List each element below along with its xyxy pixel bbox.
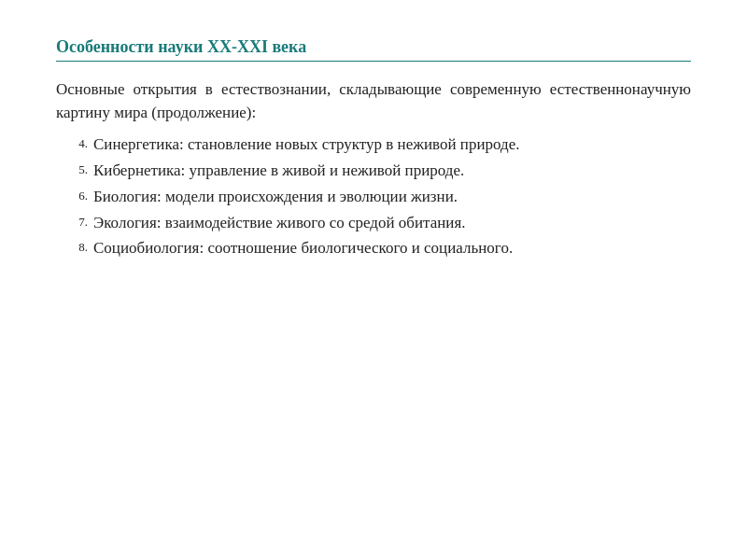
title-section: Особенности науки XX-XXI века [56, 37, 691, 62]
list-item-number: 8. [65, 237, 93, 256]
title-divider [56, 61, 691, 62]
list-container: 4.Синергетика: становление новых структу… [56, 133, 691, 259]
page-title: Особенности науки XX-XXI века [56, 37, 306, 56]
list-item: 8.Социобиология: соотношение биологическ… [65, 237, 691, 259]
page: Особенности науки XX-XXI века Основные о… [0, 0, 747, 560]
intro-text: Основные открытия в естествознании, скла… [56, 78, 691, 124]
main-list: 4.Синергетика: становление новых структу… [65, 133, 691, 259]
list-item: 7.Экология: взаимодействие живого со сре… [65, 212, 691, 234]
list-item-number: 4. [65, 133, 93, 152]
list-item: 4.Синергетика: становление новых структу… [65, 133, 691, 156]
list-item: 5.Кибернетика: управление в живой и нежи… [65, 160, 691, 182]
list-item-number: 7. [65, 212, 93, 231]
list-item-text: Биология: модели происхождения и эволюци… [93, 186, 691, 208]
list-item: 6.Биология: модели происхождения и эволю… [65, 186, 691, 208]
list-item-text: Кибернетика: управление в живой и неживо… [93, 160, 691, 182]
list-item-text: Социобиология: соотношение биологическог… [93, 237, 691, 259]
list-item-text: Синергетика: становление новых структур … [93, 133, 691, 156]
list-item-number: 6. [65, 186, 93, 204]
list-item-number: 5. [65, 160, 93, 178]
list-item-text: Экология: взаимодействие живого со средо… [93, 212, 691, 234]
